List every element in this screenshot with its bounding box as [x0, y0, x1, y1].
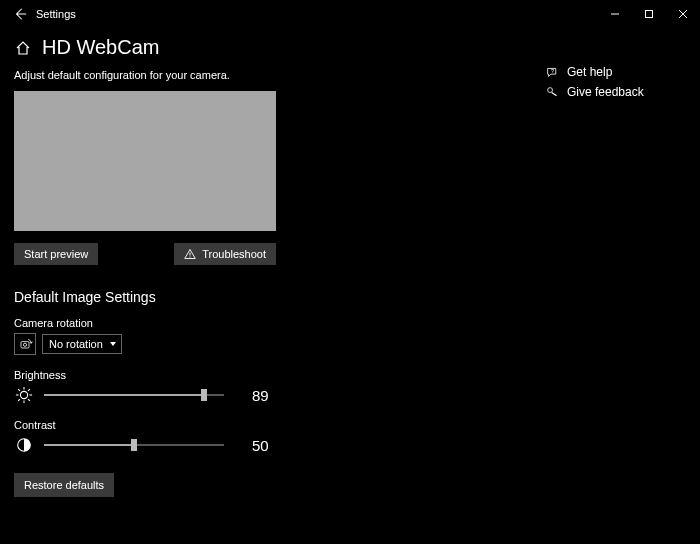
maximize-icon — [644, 9, 654, 19]
contrast-label: Contrast — [14, 419, 394, 431]
minimize-icon — [610, 9, 620, 19]
svg-text:?: ? — [550, 67, 553, 73]
feedback-icon — [545, 85, 559, 99]
main-column: Adjust default configuration for your ca… — [14, 69, 394, 497]
home-icon[interactable] — [14, 39, 32, 57]
svg-line-15 — [18, 399, 20, 401]
back-arrow-icon — [13, 7, 27, 21]
window-controls — [598, 0, 700, 28]
page-title: HD WebCam — [42, 36, 159, 59]
svg-line-13 — [18, 389, 20, 391]
titlebar: Settings — [0, 0, 700, 28]
brightness-slider-fill — [44, 394, 204, 396]
camera-rotate-icon — [14, 333, 36, 355]
camera-preview — [14, 91, 276, 231]
camera-rotation-row: No rotation — [14, 333, 394, 355]
troubleshoot-button[interactable]: Troubleshoot — [174, 243, 276, 265]
start-preview-label: Start preview — [24, 248, 88, 260]
contrast-slider-thumb[interactable] — [131, 439, 137, 451]
get-help-link[interactable]: ? Get help — [545, 65, 644, 79]
brightness-icon — [14, 385, 34, 405]
preview-button-row: Start preview Troubleshoot — [14, 243, 276, 265]
svg-line-14 — [28, 399, 30, 401]
page-header: HD WebCam — [0, 28, 700, 69]
restore-defaults-label: Restore defaults — [24, 479, 104, 491]
brightness-value: 89 — [252, 387, 282, 404]
help-links: ? Get help Give feedback — [545, 65, 644, 105]
camera-rotation-value: No rotation — [49, 338, 103, 350]
svg-rect-1 — [646, 11, 653, 18]
give-feedback-link[interactable]: Give feedback — [545, 85, 644, 99]
brightness-slider[interactable] — [44, 394, 224, 396]
close-icon — [678, 9, 688, 19]
chat-help-icon: ? — [545, 65, 559, 79]
svg-line-16 — [28, 389, 30, 391]
start-preview-button[interactable]: Start preview — [14, 243, 98, 265]
brightness-label: Brightness — [14, 369, 394, 381]
contrast-value: 50 — [252, 437, 282, 454]
maximize-button[interactable] — [632, 0, 666, 28]
default-image-settings-heading: Default Image Settings — [14, 289, 394, 305]
svg-point-3 — [547, 87, 552, 92]
page-subtext: Adjust default configuration for your ca… — [14, 69, 394, 81]
contrast-slider-fill — [44, 444, 134, 446]
svg-point-5 — [190, 256, 191, 257]
contrast-slider[interactable] — [44, 444, 224, 446]
brightness-slider-thumb[interactable] — [201, 389, 207, 401]
restore-defaults-button[interactable]: Restore defaults — [14, 473, 114, 497]
get-help-label: Get help — [567, 65, 612, 79]
contrast-block: Contrast 50 — [14, 419, 394, 455]
troubleshoot-label: Troubleshoot — [202, 248, 266, 260]
minimize-button[interactable] — [598, 0, 632, 28]
window-title: Settings — [32, 8, 76, 20]
svg-point-7 — [23, 343, 26, 346]
back-button[interactable] — [8, 2, 32, 26]
svg-point-8 — [20, 391, 27, 398]
brightness-block: Brightness — [14, 369, 394, 405]
close-button[interactable] — [666, 0, 700, 28]
give-feedback-label: Give feedback — [567, 85, 644, 99]
camera-rotation-label: Camera rotation — [14, 317, 394, 329]
camera-rotation-select[interactable]: No rotation — [42, 334, 122, 354]
warning-triangle-icon — [184, 248, 196, 260]
contrast-icon — [14, 435, 34, 455]
svg-rect-6 — [21, 342, 29, 348]
